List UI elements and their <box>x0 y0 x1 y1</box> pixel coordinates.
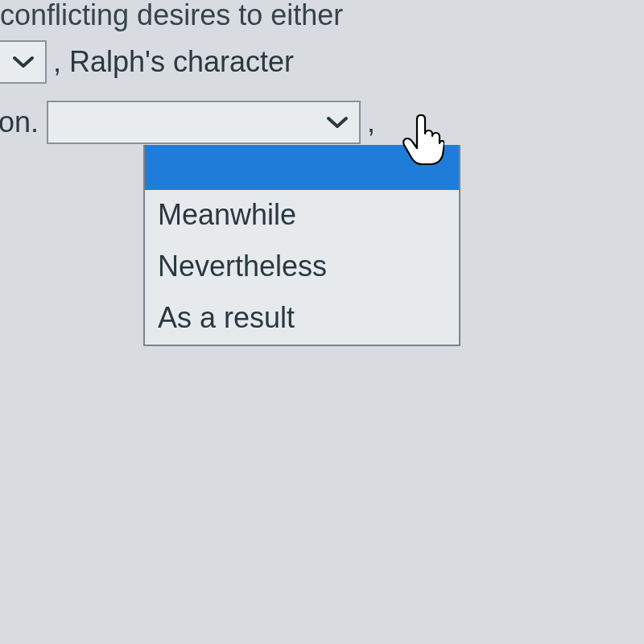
dropdown-option-blank[interactable] <box>145 145 459 190</box>
dropdown-option-nevertheless[interactable]: Nevertheless <box>145 242 459 293</box>
dropdown-option-meanwhile[interactable]: Meanwhile <box>145 190 459 242</box>
dropdown-option-as-a-result[interactable]: As a result <box>145 293 459 345</box>
chevron-down-icon <box>327 116 348 129</box>
dropdown-1[interactable] <box>0 40 47 84</box>
dropdown-2[interactable] <box>47 101 361 144</box>
dropdown-2-listbox[interactable]: Meanwhile Nevertheless As a result <box>143 145 460 346</box>
passage-text-line3-prefix: oition. <box>0 101 39 144</box>
chevron-down-icon <box>13 56 34 68</box>
passage-text-line2: , Ralph's character <box>53 40 294 84</box>
passage-text-comma: , <box>367 101 375 144</box>
passage-text-line1: e conflicting desires to either <box>0 0 343 37</box>
